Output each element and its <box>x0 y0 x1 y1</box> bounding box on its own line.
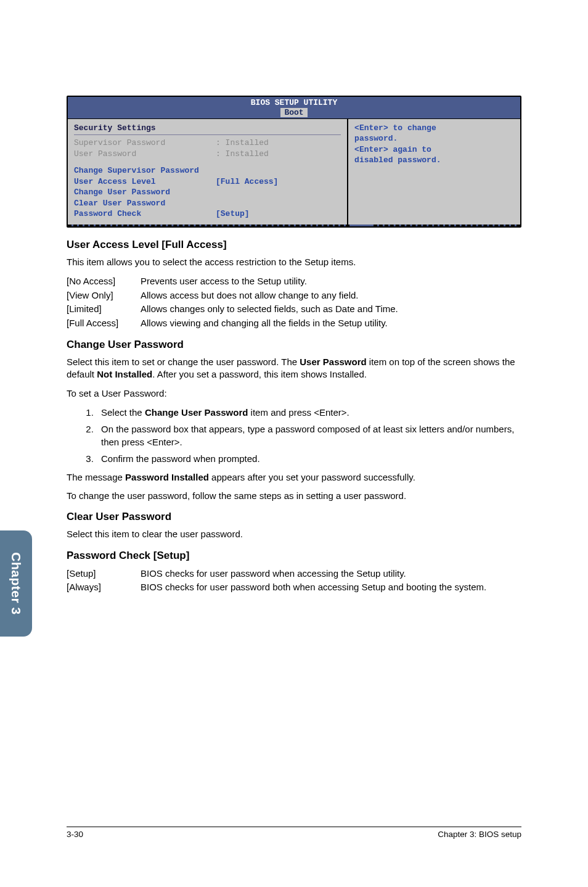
user-access-level-label: User Access Level <box>74 176 216 188</box>
option-key: [No Access] <box>67 274 141 289</box>
bios-help-pane: <Enter> to change password. <Enter> agai… <box>348 119 520 225</box>
option-val: Allows changes only to selected fields, … <box>141 302 521 316</box>
chapter-label: Chapter 3: BIOS setup <box>438 830 521 839</box>
supervisor-password-value: : Installed <box>216 138 269 149</box>
password-check-options: [Setup]BIOS checks for user password whe… <box>67 567 521 595</box>
supervisor-password-label: Supervisor Password <box>74 138 216 149</box>
change-supervisor-password-item[interactable]: Change Supervisor Password <box>74 165 341 176</box>
bios-tab-boot[interactable]: Boot <box>280 108 307 117</box>
bios-panel: BIOS SETUP UTILITY Boot Security Setting… <box>67 96 521 228</box>
list-item: Select the Change User Password item and… <box>96 406 521 419</box>
bios-tab-row: Boot <box>68 108 520 118</box>
option-val: Allows viewing and changing all the fiel… <box>141 316 521 331</box>
list-item: Confirm the password when prompted. <box>96 452 521 465</box>
user-access-level-heading: User Access Level [Full Access] <box>67 239 521 251</box>
bios-left-pane: Security Settings Supervisor Password : … <box>68 119 348 225</box>
option-key: [Always] <box>67 580 141 595</box>
help-line: disabled password. <box>354 155 514 166</box>
password-installed-msg: The message Password Installed appears a… <box>67 471 521 484</box>
option-key: [View Only] <box>67 289 141 303</box>
change-user-password-heading: Change User Password <box>67 339 521 351</box>
option-key: [Setup] <box>67 567 141 581</box>
user-access-level-value: [Full Access] <box>216 176 278 188</box>
chapter-tab: Chapter 3 <box>0 530 32 637</box>
chapter-tab-label: Chapter 3 <box>9 552 23 614</box>
page-number: 3-30 <box>67 830 83 839</box>
user-access-level-item[interactable]: User Access Level [Full Access] <box>74 176 341 188</box>
option-key: [Full Access] <box>67 316 141 331</box>
clear-user-password-p: Select this item to clear the user passw… <box>67 528 521 540</box>
password-check-label: Password Check <box>74 208 216 220</box>
bios-title: BIOS SETUP UTILITY <box>68 97 520 108</box>
page-footer: 3-30 Chapter 3: BIOS setup <box>0 827 588 839</box>
user-access-level-intro: This item allows you to select the acces… <box>67 256 521 268</box>
change-user-password-p1: Select this item to set or change the us… <box>67 356 521 381</box>
security-heading: Security Settings <box>74 123 341 135</box>
user-password-label: User Password <box>74 149 216 160</box>
user-password-value: : Installed <box>216 149 269 160</box>
help-line: password. <box>354 133 514 144</box>
option-val: Prevents user access to the Setup utilit… <box>141 274 521 289</box>
change-user-password-item[interactable]: Change User Password <box>74 187 341 198</box>
change-password-note: To change the user password, follow the … <box>67 490 521 502</box>
password-check-heading: Password Check [Setup] <box>67 550 521 562</box>
set-user-password-label: To set a User Password: <box>67 387 521 400</box>
option-val: BIOS checks for user password when acces… <box>141 567 521 581</box>
list-item: On the password box that appears, type a… <box>96 423 521 448</box>
option-val: BIOS checks for user password both when … <box>141 580 521 595</box>
help-line: <Enter> again to <box>354 144 514 155</box>
password-check-value: [Setup] <box>216 208 250 220</box>
password-check-item[interactable]: Password Check [Setup] <box>74 208 341 220</box>
set-user-password-steps: Select the Change User Password item and… <box>67 406 521 465</box>
user-access-level-options: [No Access]Prevents user access to the S… <box>67 274 521 330</box>
option-key: [Limited] <box>67 302 141 316</box>
clear-user-password-heading: Clear User Password <box>67 511 521 523</box>
clear-user-password-item[interactable]: Clear User Password <box>74 198 341 209</box>
help-line: <Enter> to change <box>354 123 514 134</box>
option-val: Allows access but does not allow change … <box>141 289 521 303</box>
dashed-divider <box>68 225 520 226</box>
